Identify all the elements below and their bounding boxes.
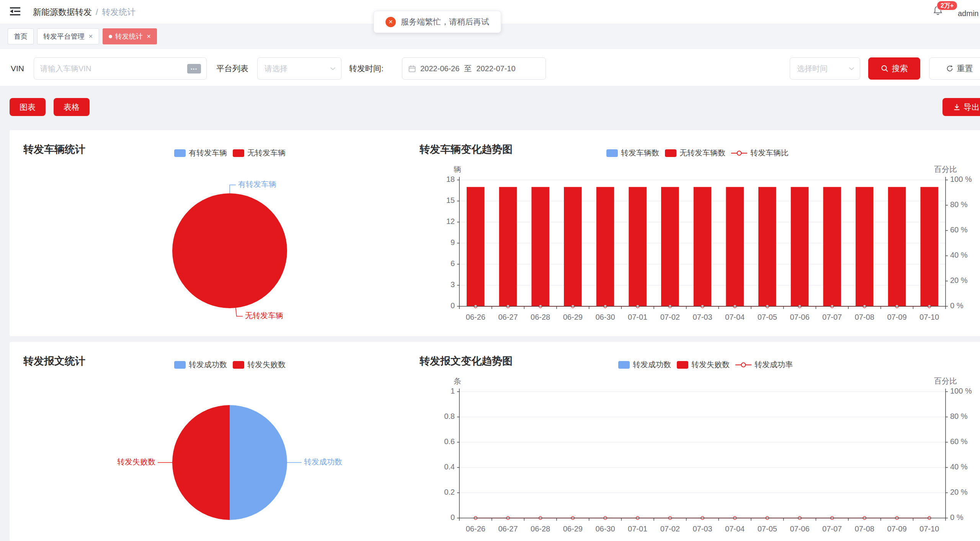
svg-text:12: 12 — [446, 217, 455, 226]
legend-item[interactable]: 转发成功数 — [174, 360, 227, 370]
legend-message-trend: 转发成功数转发失败数转发成功率 — [618, 360, 793, 370]
svg-text:转发失败数: 转发失败数 — [117, 458, 155, 466]
vin-input[interactable] — [34, 64, 206, 73]
tab-forward-stats[interactable]: 转发统计 ✕ — [103, 28, 157, 44]
legend-label: 转发失败数 — [691, 360, 730, 370]
vin-input-box: ••• — [34, 57, 207, 80]
svg-text:07-09: 07-09 — [887, 313, 906, 321]
notification-badge[interactable]: 2万+ — [937, 1, 957, 10]
svg-text:60 %: 60 % — [950, 437, 968, 446]
reset-button[interactable]: 重置 — [929, 57, 980, 80]
breadcrumb: 新能源数据转发/转发统计 — [33, 7, 136, 18]
svg-text:80 %: 80 % — [950, 200, 968, 209]
search-label: 搜索 — [892, 63, 908, 74]
legend-swatch — [618, 361, 630, 369]
svg-text:0: 0 — [451, 301, 455, 310]
svg-text:07-05: 07-05 — [758, 525, 777, 533]
svg-text:18: 18 — [446, 175, 455, 183]
active-dot — [109, 35, 112, 38]
chart-view-button[interactable]: 图表 — [10, 98, 46, 116]
tab-platform-manage[interactable]: 转发平台管理 ✕ — [37, 28, 99, 44]
legend-swatch — [174, 149, 186, 157]
svg-text:06-28: 06-28 — [531, 313, 550, 321]
svg-text:百分比: 百分比 — [934, 377, 957, 385]
download-icon — [953, 104, 960, 111]
legend-item[interactable]: 转发失败数 — [233, 360, 286, 370]
svg-text:06-26: 06-26 — [466, 313, 485, 321]
breadcrumb-section[interactable]: 新能源数据转发 — [33, 7, 92, 17]
legend-item[interactable]: 无转发车辆 — [233, 148, 286, 158]
user-menu[interactable]: admin — [958, 9, 978, 18]
search-button[interactable]: 搜索 — [868, 57, 920, 80]
quick-time-placeholder: 选择时间 — [790, 64, 849, 74]
menu-fold-icon[interactable] — [10, 7, 21, 16]
svg-text:06-28: 06-28 — [531, 525, 550, 533]
chart-title-message-pie: 转发报文统计 — [23, 354, 85, 368]
close-icon[interactable]: ✕ — [147, 33, 151, 39]
svg-text:07-10: 07-10 — [920, 525, 939, 533]
chart-title-message-trend: 转发报文变化趋势图 — [420, 354, 513, 368]
svg-text:07-10: 07-10 — [920, 313, 939, 321]
refresh-icon — [946, 65, 954, 72]
tab-label: 转发平台管理 — [43, 32, 85, 41]
svg-text:0.6: 0.6 — [444, 437, 455, 446]
message-pie-chart[interactable]: 转发成功数转发失败数 — [10, 376, 415, 541]
breadcrumb-current: 转发统计 — [102, 7, 136, 17]
toast-text: 服务端繁忙，请稍后再试 — [401, 16, 489, 27]
legend-swatch — [233, 149, 244, 157]
svg-text:07-03: 07-03 — [693, 313, 712, 321]
quick-time-select[interactable]: 选择时间 — [790, 57, 860, 80]
legend-label: 转发成功率 — [755, 360, 793, 370]
tab-label: 转发统计 — [115, 32, 143, 41]
keyboard-icon[interactable]: ••• — [187, 64, 201, 74]
chevron-down-icon — [330, 67, 336, 70]
legend-label: 无转发车辆 — [247, 148, 286, 158]
error-icon: ✕ — [385, 17, 396, 27]
legend-item[interactable]: 转发车辆比 — [731, 148, 789, 158]
svg-text:07-06: 07-06 — [790, 525, 809, 533]
export-button[interactable]: 导出 — [942, 98, 980, 116]
svg-text:0 %: 0 % — [950, 301, 964, 310]
svg-text:6: 6 — [451, 259, 455, 268]
legend-label: 有转发车辆 — [189, 148, 227, 158]
platform-label: 平台列表 — [216, 57, 248, 80]
svg-text:06-29: 06-29 — [563, 313, 583, 321]
date-start[interactable]: 2022-06-26 — [420, 64, 459, 73]
date-end[interactable]: 2022-07-10 — [476, 64, 515, 73]
svg-text:40 %: 40 % — [950, 251, 968, 259]
svg-text:07-02: 07-02 — [660, 313, 680, 321]
vehicle-pie-chart[interactable]: 有转发车辆无转发车辆 — [10, 165, 415, 333]
svg-text:15: 15 — [446, 196, 455, 204]
legend-label: 转发成功数 — [189, 360, 227, 370]
chart-title-vehicle-trend: 转发车辆变化趋势图 — [420, 142, 513, 156]
chevron-down-icon — [849, 67, 854, 70]
table-view-button[interactable]: 表格 — [54, 98, 90, 116]
legend-item[interactable]: 无转发车辆数 — [665, 148, 725, 158]
legend-swatch — [677, 361, 688, 369]
svg-text:07-05: 07-05 — [758, 313, 777, 321]
legend-item[interactable]: 转发车辆数 — [606, 148, 659, 158]
svg-text:有转发车辆: 有转发车辆 — [238, 180, 276, 188]
date-range-picker[interactable]: 2022-06-26 至 2022-07-10 — [402, 57, 546, 80]
legend-item[interactable]: 有转发车辆 — [174, 148, 227, 158]
toast-message: ✕ 服务端繁忙，请稍后再试 — [374, 11, 501, 33]
calendar-icon — [408, 65, 416, 72]
legend-vehicle-trend: 转发车辆数无转发车辆数转发车辆比 — [606, 148, 789, 158]
legend-item[interactable]: 转发失败数 — [677, 360, 730, 370]
reset-label: 重置 — [957, 63, 973, 74]
svg-text:07-02: 07-02 — [660, 525, 680, 533]
message-stats-card: 转发报文统计 转发成功数转发失败数 转发成功数转发失败数 转发报文变化趋势图 转… — [10, 342, 980, 541]
svg-text:06-27: 06-27 — [498, 313, 518, 321]
message-trend-chart[interactable]: 00.20.40.60.810 %20 %40 %60 %80 %100 %06… — [415, 376, 980, 541]
svg-text:20 %: 20 % — [950, 488, 968, 496]
svg-text:100 %: 100 % — [950, 175, 972, 183]
vehicle-trend-chart[interactable]: 03691215180 %20 %40 %60 %80 %100 %06-260… — [415, 165, 980, 336]
legend-label: 转发车辆比 — [750, 148, 789, 158]
close-icon[interactable]: ✕ — [88, 33, 93, 39]
platform-select[interactable]: 请选择 — [257, 57, 341, 80]
svg-text:06-26: 06-26 — [466, 525, 485, 533]
legend-item[interactable]: 转发成功数 — [618, 360, 671, 370]
svg-text:1: 1 — [451, 387, 455, 395]
legend-item[interactable]: 转发成功率 — [735, 360, 793, 370]
tab-home[interactable]: 首页 — [8, 28, 34, 44]
